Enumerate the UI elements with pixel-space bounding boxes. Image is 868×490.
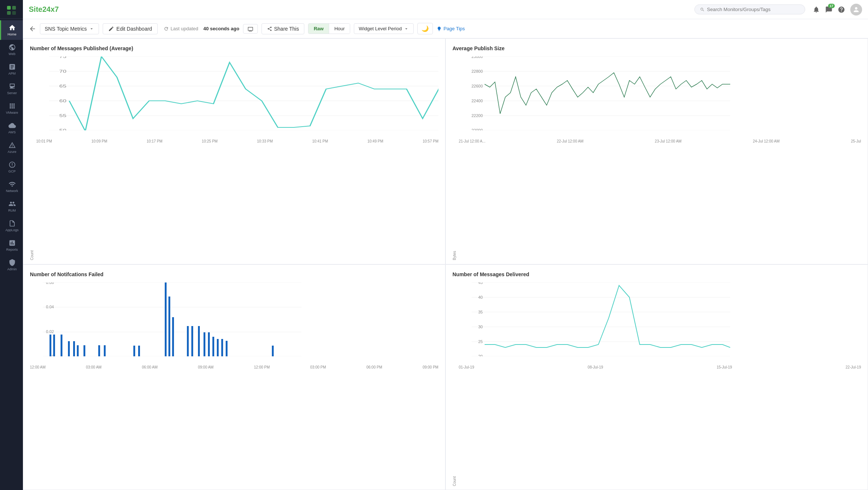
svg-text:22600: 22600: [472, 84, 483, 88]
period-selector[interactable]: Widget Level Period: [354, 23, 413, 34]
topbar: Site24x7 17: [23, 0, 868, 19]
raw-button[interactable]: Raw: [308, 24, 329, 34]
back-button[interactable]: [29, 25, 36, 32]
bell-icon[interactable]: [813, 6, 820, 13]
share-icon: [267, 26, 272, 31]
last-updated: Last updated 40 seconds ago: [164, 26, 239, 31]
sidebar-item-server[interactable]: Server: [0, 79, 23, 99]
sidebar-item-aws[interactable]: AWS: [0, 118, 23, 138]
search-input[interactable]: [707, 7, 800, 12]
sidebar-item-azure[interactable]: Azure: [0, 138, 23, 157]
svg-rect-39: [68, 341, 70, 356]
chevron-down-icon: [89, 26, 94, 31]
svg-text:0.04: 0.04: [46, 305, 54, 309]
svg-text:75: 75: [59, 56, 66, 59]
period-label: Widget Level Period: [359, 26, 401, 31]
chart-messages-delivered: Number of Messages Delivered Count 20: [445, 264, 868, 490]
lightbulb-icon: [437, 26, 442, 31]
edit-dashboard-button[interactable]: Edit Dashboard: [103, 23, 158, 34]
svg-rect-48: [168, 297, 170, 356]
dashboard-toolbar: SNS Topic Metrics Edit Dashboard Last up…: [23, 19, 868, 38]
sidebar-item-applogs[interactable]: AppLogs: [0, 216, 23, 236]
sidebar-item-home[interactable]: Home: [0, 20, 23, 40]
period-chevron-icon: [404, 26, 409, 31]
svg-text:55: 55: [59, 113, 66, 118]
chart2-x-axis: 21-Jul 12:00 A... 22-Jul 12:00 AM 23-Jul…: [459, 138, 861, 143]
chart2-area: Bytes 22000 22200 22400: [452, 56, 861, 260]
monitor-icon: [247, 26, 254, 31]
search-icon: [700, 7, 705, 12]
svg-rect-45: [133, 346, 135, 356]
sidebar-item-rum[interactable]: RUM: [0, 196, 23, 216]
svg-text:45: 45: [478, 282, 483, 285]
svg-rect-44: [104, 345, 106, 356]
svg-rect-0: [7, 6, 11, 10]
svg-text:35: 35: [478, 310, 483, 314]
notification-badge: 17: [828, 4, 835, 8]
svg-rect-46: [138, 346, 140, 356]
chart3-title: Number of Notifcations Failed: [30, 271, 438, 277]
svg-rect-2: [7, 11, 11, 15]
user-avatar[interactable]: [850, 4, 862, 16]
svg-rect-54: [208, 332, 210, 356]
chart1-area: Count 50 55: [30, 56, 438, 260]
share-button[interactable]: Share This: [262, 23, 304, 34]
svg-rect-52: [198, 326, 200, 356]
svg-rect-3: [12, 11, 16, 15]
refresh-icon: [164, 26, 169, 31]
sidebar-item-web[interactable]: Web: [0, 40, 23, 59]
sidebar-item-network[interactable]: Network: [0, 177, 23, 196]
sidebar-item-admin[interactable]: Admin: [0, 255, 23, 275]
topbar-icons: 17: [813, 4, 862, 16]
chart2-ylabel: Bytes: [452, 56, 457, 260]
sidebar-item-gcp[interactable]: GCP: [0, 157, 23, 177]
svg-rect-42: [83, 345, 85, 356]
chart-notifications-failed: Number of Notifcations Failed 0 0.02 0.0…: [23, 264, 445, 490]
time-buttons: Raw Hour: [308, 23, 350, 34]
svg-rect-36: [49, 335, 51, 356]
sidebar-item-reports[interactable]: Reports: [0, 236, 23, 255]
svg-text:65: 65: [59, 84, 66, 88]
chart2-title: Average Publish Size: [452, 45, 861, 51]
chart1-inner: 50 55 60 65 70 75 10:01 PM 1: [36, 56, 438, 260]
svg-rect-43: [98, 345, 100, 356]
svg-rect-40: [73, 341, 75, 356]
svg-text:0.06: 0.06: [46, 282, 54, 285]
svg-text:40: 40: [478, 295, 483, 299]
help-icon[interactable]: [838, 6, 845, 13]
chart4-ylabel: Count: [452, 282, 457, 486]
svg-rect-55: [212, 337, 214, 356]
dark-mode-toggle[interactable]: 🌙: [417, 23, 433, 34]
edit-dashboard-label: Edit Dashboard: [116, 26, 152, 32]
svg-text:22000: 22000: [472, 128, 483, 130]
svg-text:20: 20: [478, 354, 483, 356]
monitor-icon-button[interactable]: [243, 24, 258, 34]
svg-rect-57: [221, 339, 223, 356]
svg-text:50: 50: [59, 128, 66, 130]
chart1-ylabel: Count: [30, 56, 34, 260]
hour-button[interactable]: Hour: [329, 24, 350, 34]
dashboard-selector[interactable]: SNS Topic Metrics: [40, 23, 99, 34]
svg-rect-47: [165, 282, 167, 356]
svg-rect-51: [191, 326, 193, 356]
chart3-area: 0 0.02 0.04 0.06: [30, 282, 438, 486]
sidebar: Home Web APM Server VMware AWS Azure GCP…: [0, 0, 23, 490]
share-label: Share This: [274, 26, 299, 32]
chat-icon[interactable]: 17: [825, 6, 833, 13]
sidebar-item-vmware[interactable]: VMware: [0, 99, 23, 118]
svg-rect-56: [217, 339, 219, 356]
page-tips-button[interactable]: Page Tips: [437, 26, 465, 31]
chart4-x-axis: 01-Jul-19 08-Jul-19 15-Jul-19 22-Jul-19: [459, 364, 861, 369]
svg-text:25: 25: [478, 339, 483, 344]
page-tips-label: Page Tips: [444, 26, 465, 31]
search-box[interactable]: [694, 4, 805, 14]
chart-messages-published: Number of Messages Published (Average) C…: [23, 38, 445, 264]
main-content: Site24x7 17: [23, 0, 868, 490]
svg-text:22400: 22400: [472, 99, 483, 103]
sidebar-item-apm[interactable]: APM: [0, 59, 23, 79]
edit-icon: [108, 26, 114, 32]
svg-text:0.02: 0.02: [46, 329, 54, 334]
svg-rect-58: [226, 341, 228, 356]
svg-text:70: 70: [59, 69, 66, 73]
chart3-x-axis: 12:00 AM 03:00 AM 06:00 AM 09:00 AM 12:0…: [30, 364, 438, 369]
